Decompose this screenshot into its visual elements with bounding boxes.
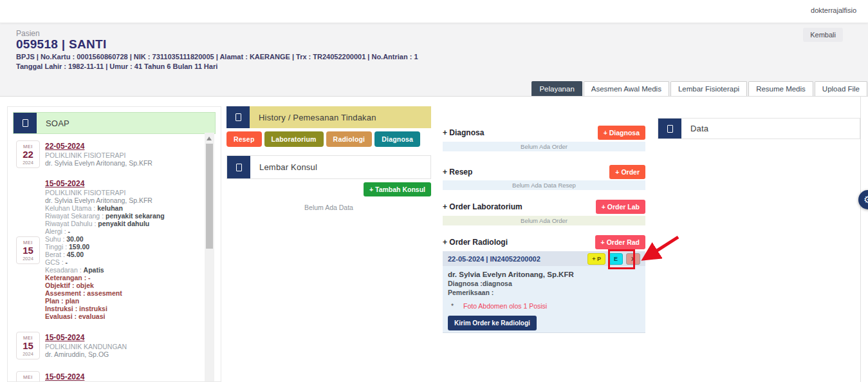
scrollbar-up-icon[interactable] [207, 137, 212, 140]
soap-entry-body: 22-05-2024 POLIKLINIK FISIOTERAPI dr. Sy… [45, 142, 205, 167]
date-badge: MEI 15 2024 [16, 332, 40, 359]
konsul-empty-text: Belum Ada Data [226, 204, 431, 211]
data-panel-icon [658, 119, 681, 138]
add-order-rad-button[interactable]: + Order Rad [595, 235, 645, 249]
entry-clinic: POLIKLINIK FISIOTERAPI [45, 151, 205, 159]
soap-scrollbar[interactable] [205, 133, 214, 381]
entry-date: 15-05-2024 [45, 373, 205, 381]
entry-doctor: dr. Amiruddin, Sp.OG [45, 350, 205, 358]
entry-clinic: POLIKLINIK KANDUNGAN [45, 343, 205, 350]
radiology-doctor: dr. Sylvia Evelyn Aritonang, Sp.KFR [448, 271, 640, 278]
order-section-heading: + Order Laboratorium [443, 202, 522, 211]
konsul-panel-header: Lembar Konsul [226, 155, 431, 179]
soap-entry[interactable]: MEI 15 2024 15-05-2024 POLIKLINIK KANDUN… [16, 371, 205, 382]
soap-entry[interactable]: MEI 15 2024 15-05-2024 POLIKLINIK KANDUN… [16, 332, 205, 359]
entry-date: 22-05-2024 [45, 142, 205, 151]
tab-resume-medis[interactable]: Resume Medis [748, 81, 813, 96]
soap-entry[interactable]: MEI 22 2024 22-05-2024 POLIKLINIK FISIOT… [16, 140, 205, 168]
patient-header: Pasien 059518 | SANTI BPJS | No.Kartu : … [0, 23, 868, 97]
konsul-panel-icon [227, 156, 250, 178]
entry-soap-line: Keterangan : - [45, 274, 205, 282]
badge-day: 22 [17, 149, 39, 160]
patient-id-name: 059518 | SANTI [16, 37, 106, 52]
radiology-item: *Foto Abdomen olos 1 Posisi [448, 302, 640, 310]
add-order-lab-button[interactable]: + Order Lab [596, 200, 645, 214]
right-divider [860, 97, 861, 382]
entry-field: Kesadaran : Apatis [45, 266, 205, 274]
radiology-pemeriksaan-label: Pemeriksaan : [448, 289, 640, 296]
history-column: History / Pemesanan Tindakan ResepLabora… [226, 106, 431, 211]
soap-panel-header: SOAP [13, 112, 216, 134]
top-bar: dokterrajalfisio [0, 0, 868, 23]
add-konsul-button[interactable]: + Tambah Konsul [364, 182, 431, 196]
soap-entry-body: 15-05-2024 POLIKLINIK FISIOTERAPI dr. Sy… [45, 180, 205, 320]
tab-upload-file[interactable]: Upload File [815, 81, 867, 96]
order-radiologi-row: + Order Radiologi + Order Rad [443, 234, 645, 250]
order-radiologi-heading: + Order Radiologi [443, 238, 508, 247]
badge-year: 2024 [17, 351, 39, 357]
entry-clinic: POLIKLINIK FISIOTERAPI [45, 189, 205, 196]
patient-info-line1: BPJS | No.Kartu : 0001560860728 | NIK : … [16, 53, 418, 61]
scrollbar-thumb[interactable] [206, 144, 213, 249]
add-order-button[interactable]: + Order [609, 165, 645, 179]
date-badge: MEI 15 2024 [16, 371, 40, 382]
tab-pelayanan[interactable]: Pelayanan [531, 81, 582, 96]
konsul-panel-title: Lembar Konsul [250, 156, 317, 178]
data-panel-header: Data [658, 118, 860, 139]
order-section-row: + Diagnosa + Diagnosa [443, 125, 645, 140]
order-empty-stripe: Belum Ada Data Resep [443, 180, 645, 190]
date-badge: MEI 15 2024 [16, 236, 40, 264]
send-order-radiologi-button[interactable]: Kirim Order ke Radiologi [448, 316, 537, 330]
soap-panel-icon [14, 113, 37, 133]
history-laboratorium-button[interactable]: Laboratorium [264, 131, 324, 147]
data-panel-title: Data [681, 119, 708, 138]
entry-field: GCS : - [45, 258, 205, 266]
entry-field: Keluhan Utama : keluhan [45, 204, 205, 212]
tab-lembar-fisioterapi[interactable]: Lembar Fisioterapi [670, 81, 747, 96]
order-section-heading: + Diagnosa [443, 128, 484, 137]
tab-asesmen-awal-medis[interactable]: Asesmen Awal Medis [584, 81, 669, 96]
badge-year: 2024 [17, 256, 39, 262]
history-radiologi-button[interactable]: Radiologi [326, 131, 373, 147]
entry-soap-line: Objektif : objek [45, 282, 205, 289]
soap-entry-list: MEI 22 2024 22-05-2024 POLIKLINIK FISIOT… [8, 139, 221, 382]
entry-soap-line: Assesment : assesment [45, 289, 205, 297]
history-button-row: ResepLaboratoriumRadiologiDiagnosa [226, 131, 431, 147]
history-resep-button[interactable]: Resep [226, 131, 262, 147]
badge-day: 15 [17, 245, 39, 256]
radiology-item-list: *Foto Abdomen olos 1 Posisi [448, 302, 640, 310]
entry-field: Suhu : 30.00 [45, 235, 205, 243]
radiology-action-p-button[interactable]: + P [587, 253, 605, 265]
entry-field: Tinggi : 159.00 [45, 243, 205, 251]
bullet-icon: * [448, 302, 463, 310]
history-panel-title: History / Pemesanan Tindakan [250, 106, 376, 128]
soap-panel: SOAP MEI 22 2024 22-05-2024 POLIKLINIK F… [7, 106, 221, 382]
patient-label: Pasien [16, 29, 40, 38]
radiology-order-ref: 22-05-2024 | IN24052200002 [448, 255, 587, 263]
radiology-diagnosa: Diagnosa :diagnosa [448, 280, 640, 287]
entry-date: 15-05-2024 [45, 180, 205, 188]
soap-entry[interactable]: MEI 15 2024 15-05-2024 POLIKLINIK FISIOT… [16, 180, 205, 320]
patient-info-line2: Tanggal Lahir : 1982-11-11 | Umur : 41 T… [16, 62, 217, 70]
history-panel-icon [226, 106, 250, 128]
entry-field: Riwayat Dahulu : penyakit dahulu [45, 220, 205, 227]
order-empty-stripe: Belum Ada Order [443, 142, 645, 151]
order-empty-stripe: Belum Ada Order [443, 216, 645, 225]
date-badge: MEI 22 2024 [16, 140, 40, 168]
badge-year: 2024 [17, 160, 39, 166]
soap-entry-body: 15-05-2024 POLIKLINIK KANDUNGAN dr. Amir… [45, 373, 205, 382]
order-section-row: + Order Laboratorium + Order Lab [443, 199, 645, 215]
order-section-heading: + Resep [443, 167, 472, 177]
add-diagnosa-button[interactable]: + Diagnosa [598, 126, 645, 140]
tab-bar: PelayananAsesmen Awal MedisLembar Fisiot… [531, 81, 867, 96]
logged-in-user[interactable]: dokterrajalfisio [811, 6, 856, 14]
back-button[interactable]: Kembali [803, 28, 843, 42]
entry-soap-line: Plan : plan [45, 297, 205, 305]
entry-doctor: dr. Sylvia Evelyn Aritonang, Sp.KFR [45, 159, 205, 167]
entry-field: Alergi : - [45, 227, 205, 235]
entry-field: Riwayat Sekarang : penyakit sekarang [45, 212, 205, 220]
annotation-highlight-box [608, 249, 635, 269]
entry-date: 15-05-2024 [45, 334, 205, 342]
history-diagnosa-button[interactable]: Diagnosa [374, 131, 420, 147]
badge-day: 15 [17, 341, 39, 351]
